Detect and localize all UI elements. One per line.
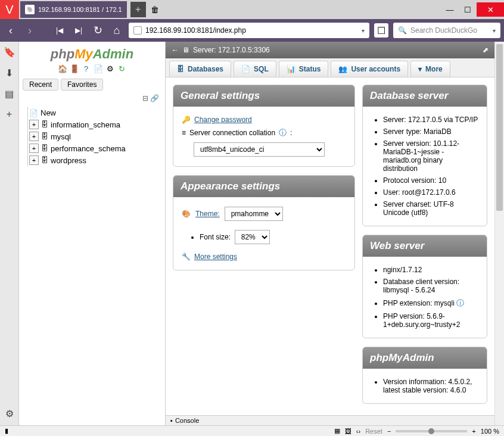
- tab-status[interactable]: 📊Status: [279, 61, 329, 77]
- tree-item-information-schema[interactable]: + 🗄 information_schema: [29, 119, 161, 130]
- close-button[interactable]: ✕: [477, 2, 504, 17]
- general-settings-panel: General settings 🔑 Change password ≡ Ser…: [173, 85, 355, 167]
- search-dropdown-icon[interactable]: ▾: [493, 27, 496, 34]
- back-button[interactable]: ‹: [4, 24, 18, 37]
- pma-logo[interactable]: phpMyAdmin: [19, 44, 165, 63]
- new-tab-button[interactable]: +: [130, 2, 146, 17]
- home-button[interactable]: ⌂: [110, 24, 124, 37]
- tree-item-wordpress[interactable]: + 🗄 wordpress: [29, 154, 161, 166]
- forward-button[interactable]: ›: [23, 24, 37, 37]
- expand-icon[interactable]: +: [29, 144, 39, 153]
- downloads-panel-icon[interactable]: ⬇: [5, 67, 13, 79]
- reload-button[interactable]: ↻: [91, 24, 105, 37]
- favorites-tab[interactable]: Favorites: [61, 79, 103, 91]
- sql-query-icon[interactable]: 📄: [94, 64, 103, 74]
- home-icon[interactable]: 🏠: [58, 64, 67, 74]
- console-icon: ▪: [170, 417, 173, 424]
- url-bar[interactable]: 192.168.99.100:8181/index.php ▾: [129, 23, 369, 38]
- scrollbar-thumb[interactable]: [496, 44, 503, 211]
- tab-databases[interactable]: 🗄Databases: [169, 61, 231, 77]
- server-label[interactable]: Server: 172.17.0.5:3306: [193, 46, 270, 54]
- server-breadcrumb: ← 🖥 Server: 172.17.0.5:3306 ⬈: [166, 42, 494, 58]
- notes-panel-icon[interactable]: ▤: [5, 88, 14, 99]
- docs-icon[interactable]: ?: [82, 64, 91, 74]
- link-icon[interactable]: 🔗: [150, 94, 159, 102]
- search-bar[interactable]: 🔍 Search DuckDuckGo ▾: [393, 23, 500, 38]
- help-icon[interactable]: ⓘ: [279, 127, 287, 138]
- tab-user-accounts[interactable]: 👥User accounts: [331, 61, 408, 77]
- maximize-button[interactable]: ☐: [459, 2, 477, 17]
- web-server-panel: Web server nginx/1.7.12 Database client …: [362, 235, 487, 338]
- url-dropdown-icon[interactable]: ▾: [362, 27, 365, 34]
- pma-navigation: phpMyAdmin 🏠 🚪 ? 📄 ⚙ ↻ Recent Favorites …: [19, 42, 166, 425]
- expand-icon[interactable]: +: [29, 132, 39, 141]
- list-item: Database client version: libmysql - 5.6.…: [383, 276, 478, 296]
- vivaldi-logo[interactable]: V: [0, 0, 19, 19]
- fastforward-button[interactable]: ▶|: [71, 26, 86, 35]
- appearance-settings-panel: Appearance settings 🎨 Theme: pmahomme Fo…: [173, 175, 355, 270]
- rewind-button[interactable]: |◀: [52, 26, 67, 35]
- expand-icon[interactable]: +: [29, 120, 39, 129]
- add-panel-icon[interactable]: +: [7, 109, 12, 120]
- change-password-link[interactable]: Change password: [194, 116, 252, 124]
- help-icon[interactable]: ⓘ: [456, 298, 464, 307]
- panel-title: Web server: [363, 235, 487, 257]
- db-icon: 🗄: [41, 144, 48, 152]
- tree-item-new[interactable]: 📄 New: [29, 107, 161, 119]
- window-controls: — ☐ ✕: [441, 2, 504, 17]
- panel-title: Appearance settings: [173, 176, 354, 197]
- zoom-handle[interactable]: [428, 428, 434, 434]
- reload-nav-icon[interactable]: ↻: [117, 64, 127, 74]
- fontsize-select[interactable]: 82%: [235, 230, 270, 244]
- database-server-panel: Database server Server: 172.17.0.5 via T…: [362, 85, 487, 226]
- panel-toggle-icon[interactable]: ▮: [5, 427, 8, 435]
- expand-icon[interactable]: +: [29, 155, 39, 165]
- more-settings-link[interactable]: More settings: [194, 253, 237, 261]
- status-icon: 📊: [287, 65, 295, 73]
- list-item: Server charset: UTF-8 Unicode (utf8): [383, 198, 478, 219]
- site-info-icon[interactable]: [133, 26, 142, 35]
- recent-tab[interactable]: Recent: [23, 79, 58, 91]
- bookmark-button[interactable]: ☐: [374, 23, 388, 38]
- theme-label: Theme:: [195, 210, 220, 218]
- tab-sql[interactable]: 📄SQL: [234, 61, 276, 77]
- db-icon: 🗄: [41, 120, 48, 129]
- page-actions-icon[interactable]: ‹›: [356, 428, 360, 435]
- image-toggle-icon[interactable]: 🖼: [345, 428, 351, 435]
- password-icon: 🔑: [182, 116, 191, 124]
- collation-select[interactable]: utf8mb4_unicode_ci: [194, 142, 325, 157]
- reset-zoom-button[interactable]: Reset: [365, 428, 382, 435]
- logout-icon[interactable]: 🚪: [70, 64, 79, 74]
- console-bar[interactable]: ▪ Console: [166, 415, 494, 425]
- browser-tab-active[interactable]: 🐘 192.168.99.100:8181 / 172.1: [20, 1, 127, 18]
- browser-side-rail: 🔖 ⬇ ▤ + ⚙: [0, 42, 19, 425]
- tile-icon[interactable]: ▦: [334, 427, 340, 435]
- tree-item-mysql[interactable]: + 🗄 mysql: [29, 130, 161, 142]
- browser-toolbar: ‹ › |◀ ▶| ↻ ⌂ 192.168.99.100:8181/index.…: [0, 19, 504, 42]
- nav-settings-icon[interactable]: ⚙: [105, 64, 115, 74]
- url-text: 192.168.99.100:8181/index.php: [145, 26, 246, 35]
- collapse-icon[interactable]: ⊟: [142, 94, 148, 102]
- database-tree: 📄 New + 🗄 information_schema + 🗄 mysql +…: [19, 105, 165, 169]
- collation-icon: ≡: [182, 129, 186, 137]
- zoom-in-button[interactable]: +: [472, 428, 475, 435]
- nav-left-icon[interactable]: ←: [172, 46, 179, 54]
- trash-icon[interactable]: 🗑: [146, 2, 164, 17]
- zoom-out-button[interactable]: −: [387, 428, 391, 435]
- list-item: PHP version: 5.6.9-1+deb.sury.org~trusty…: [383, 310, 478, 331]
- databases-icon: 🗄: [177, 65, 184, 73]
- list-item: Server: 172.17.0.5 via TCP/IP: [383, 114, 478, 126]
- vertical-scrollbar[interactable]: [494, 42, 504, 425]
- zoom-slider[interactable]: [396, 430, 467, 432]
- theme-select[interactable]: pmahomme: [225, 207, 283, 221]
- browser-titlebar: V 🐘 192.168.99.100:8181 / 172.1 + 🗑 — ☐ …: [0, 0, 504, 19]
- minimize-button[interactable]: —: [441, 2, 459, 17]
- tree-item-performance-schema[interactable]: + 🗄 performance_schema: [29, 142, 161, 154]
- new-db-icon: 📄: [29, 109, 38, 117]
- tab-favicon-icon: 🐘: [25, 5, 35, 14]
- panel-title: Database server: [363, 85, 487, 107]
- bookmarks-panel-icon[interactable]: 🔖: [4, 46, 15, 58]
- tab-more[interactable]: ▾More: [410, 61, 450, 77]
- collapse-panel-icon[interactable]: ⬈: [483, 46, 489, 54]
- settings-icon[interactable]: ⚙: [5, 408, 14, 419]
